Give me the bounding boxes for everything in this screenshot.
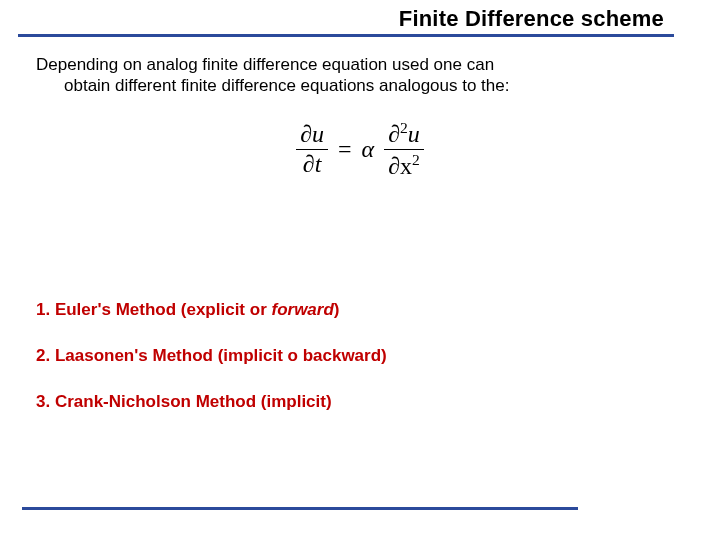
equation: ∂u ∂t = α ∂2u ∂x2 [0,120,720,179]
method-1-suffix: ) [334,300,340,319]
title-underline [18,34,674,37]
lhs-denominator: ∂t [299,152,326,177]
equals-sign: = [338,136,352,163]
slide: Finite Difference scheme Depending on an… [0,0,720,540]
methods-list: 1. Euler's Method (explicit or forward) … [36,300,676,438]
title-wrap: Finite Difference scheme [0,6,720,32]
method-1: 1. Euler's Method (explicit or forward) [36,300,676,320]
rhs-num-var: u [408,121,420,147]
method-1-prefix: 1. Euler's Method (explicit or [36,300,271,319]
equation-row: ∂u ∂t = α ∂2u ∂x2 [296,120,424,179]
fraction-bar [296,149,328,150]
bottom-rule [22,507,578,510]
rhs-den-sup: 2 [412,151,420,168]
lhs-fraction: ∂u ∂t [296,122,328,177]
alpha-symbol: α [362,136,375,163]
lhs-numerator: ∂u [296,122,328,147]
page-title: Finite Difference scheme [399,6,664,31]
rhs-num-sup: 2 [400,119,408,136]
fraction-bar [384,149,424,150]
intro-line-2: obtain different finite difference equat… [36,75,654,96]
rhs-denominator: ∂x2 [384,152,424,179]
rhs-num-partial: ∂ [388,121,400,147]
rhs-fraction: ∂2u ∂x2 [384,120,424,179]
method-1-italic: forward [271,300,333,319]
method-2: 2. Laasonen's Method (implicit o backwar… [36,346,676,366]
intro-text: Depending on analog finite difference eq… [36,54,654,97]
rhs-numerator: ∂2u [384,120,424,147]
intro-line-1: Depending on analog finite difference eq… [36,55,494,74]
method-3: 3. Crank-Nicholson Method (implicit) [36,392,676,412]
rhs-den-partial: ∂x [388,153,412,179]
